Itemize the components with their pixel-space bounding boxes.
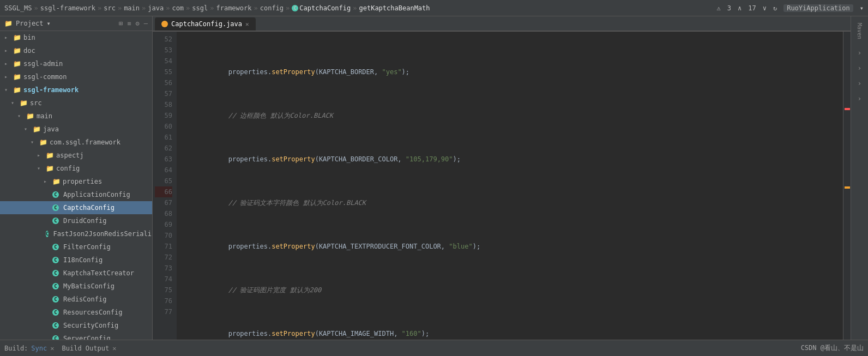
icon-captcha: C [52,204,59,211]
label-druid: DruidConfig [63,215,106,226]
warning-count: 3 [727,4,731,12]
collapse-all-icon[interactable]: ≡ [127,20,131,27]
arrow-common [4,71,11,82]
label-common: ssgl-common [23,71,67,82]
top-right: ⚠ 3 ∧ 17 ∨ ↻ RuoYiApplication ▾ [717,4,864,12]
ln-53: 53 [155,45,172,56]
sidebar-dropdown[interactable]: ▾ [47,20,51,27]
ln-63: 63 [155,154,172,165]
label-src: src [30,98,42,108]
sidebar-item-ssgl-admin[interactable]: 📁 ssgl-admin [0,57,152,70]
label-properties: properties [63,176,102,187]
ln-68: 68 [155,208,172,219]
bc-captcha[interactable]: CaptchaConfig [299,4,351,12]
arrow-aspectj [37,150,44,161]
code-line-52: properties.setProperty(KAPTCHA_BORDER, "… [181,67,839,77]
ln-57: 57 [155,88,172,99]
icon-mybatis: C [52,283,59,289]
arrow-doc [4,45,11,56]
sidebar-item-MyBatisConfig[interactable]: C MyBatisConfig [0,280,152,293]
icon-security: C [52,322,59,329]
label-config: config [56,163,80,174]
minimize-icon[interactable]: — [144,20,148,27]
icon-server: C [52,335,59,340]
bottom-bar: Build: Sync ✕ Build Output ✕ CSDN @看山、不是… [0,340,868,356]
sidebar-item-main[interactable]: 📁 main [0,110,152,123]
tab-close-captcha[interactable]: ✕ [245,21,249,28]
sidebar-item-RedisConfig[interactable]: C RedisConfig [0,293,152,306]
expand-all-icon[interactable]: ⊞ [119,20,123,27]
sidebar-item-bin[interactable]: 📁 bin [0,31,152,44]
sidebar-item-properties[interactable]: 📁 properties [0,175,152,188]
ln-60: 60 [155,121,172,132]
label-i18n: I18nConfig [63,255,103,266]
sidebar-item-ResourcesConfig[interactable]: C ResourcesConfig [0,306,152,319]
sidebar-item-FilterConfig[interactable]: C FilterConfig [0,240,152,254]
sidebar-item-config[interactable]: 📁 config [0,162,152,175]
sidebar-item-ServerConfig[interactable]: C ServerConfig [0,332,152,340]
ln-62: 62 [155,143,172,154]
arrow-admin [4,58,11,69]
sidebar-item-I18nConfig[interactable]: C I18nConfig [0,254,152,267]
label-fastjson: FastJson2JsonRedisSerializer [53,228,152,239]
arrow-com [31,137,37,148]
right-gutter [843,32,851,340]
bc-src: src [104,4,116,12]
sidebar-item-KaptchaTextCreator[interactable]: C KaptchaTextCreator [0,267,152,280]
bc-main: main [124,4,140,12]
sidebar-item-ssgl-common[interactable]: 📁 ssgl-common [0,70,152,83]
run-config[interactable]: RuoYiApplication [783,4,853,12]
icon-druid: C [52,218,59,224]
settings-gear-icon[interactable]: ⚙ [136,20,140,27]
tab-captcha-config[interactable]: CaptchaConfig.java ✕ [155,17,256,31]
build-section: Build: Sync ✕ Build Output ✕ [4,345,116,352]
build-output-button[interactable]: Build Output [62,345,110,352]
chevron-right-icon3[interactable]: › [853,76,866,89]
refresh-icon[interactable]: ↻ [773,4,777,12]
breadcrumb: SSGL_MS » ssgl-framework » src » main » … [4,4,430,12]
sidebar-item-SecurityConfig[interactable]: C SecurityConfig [0,319,152,332]
dropdown-icon[interactable]: ▾ [860,4,864,12]
folder-icon-admin: 📁 [13,58,21,69]
sidebar-item-com-ssgl-framework[interactable]: 📁 com.ssgl.framework [0,136,152,149]
ln-75: 75 [155,285,172,295]
sidebar-item-FastJson[interactable]: C FastJson2JsonRedisSerializer [0,227,152,240]
folder-icon-properties: 📁 [52,176,61,187]
ln-64: 64 [155,165,172,176]
sidebar-item-java[interactable]: 📁 java [0,123,152,136]
chevron-right-icon2[interactable]: › [853,61,866,74]
label-bin: bin [23,32,35,43]
sidebar-item-ssgl-framework[interactable]: 📁 ssgl-framework [0,83,152,96]
label-java: java [43,124,59,135]
sidebar-item-DruidConfig[interactable]: C DruidConfig [0,214,152,227]
sidebar-item-doc[interactable]: 📁 doc [0,44,152,57]
sync-button[interactable]: Sync [31,345,47,352]
sync-close[interactable]: ✕ [50,345,54,352]
tab-label-captcha: CaptchaConfig.java [171,20,242,28]
build-label: Build: [4,345,28,352]
editor-content[interactable]: 52 53 54 55 56 57 58 59 60 61 62 63 64 6… [153,32,851,340]
chevron-right-icon4[interactable]: › [853,92,866,105]
sidebar-item-aspectj[interactable]: 📁 aspectj [0,149,152,162]
warning-gutter-marker [845,186,850,189]
arrow-config [37,163,44,174]
editor-area: CaptchaConfig.java ✕ 52 53 54 55 56 57 5… [153,16,851,340]
maven-icon[interactable]: Maven [854,19,865,44]
code-line-58: properties.setProperty(KAPTCHA_IMAGE_WID… [181,328,839,339]
icon-kaptcha: C [52,270,59,276]
sidebar-item-src[interactable]: 📁 src [0,96,152,110]
sep1: » [34,4,38,12]
ln-70: 70 [155,230,172,241]
label-com: com.ssgl.framework [50,137,120,148]
build-output-close[interactable]: ✕ [112,345,116,352]
label-appconfig: ApplicationConfig [63,189,130,200]
bc-ssgl: ssgl [192,4,208,12]
sidebar-item-ApplicationConfig[interactable]: C ApplicationConfig [0,188,152,201]
sidebar-title: Project [16,20,44,27]
icon-resources: C [52,309,59,316]
sidebar-item-CaptchaConfig[interactable]: C CaptchaConfig [0,201,152,214]
chevron-right-icon[interactable]: › [853,46,866,59]
folder-icon-main: 📁 [26,111,34,122]
folder-icon-src: 📁 [20,98,28,108]
project-name: SSGL_MS [4,4,32,12]
